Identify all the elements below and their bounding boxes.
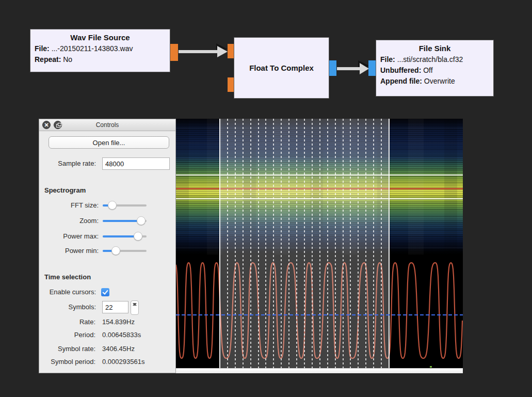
time-selection-heading: Time selection: [44, 273, 91, 281]
power-min-slider[interactable]: [103, 250, 147, 252]
screenshot-root: Wav File Source File: ...-20150211-14380…: [0, 0, 532, 397]
fft-size-label: FFT size:: [39, 200, 99, 211]
block-param: File: ...sti/scratch/bla.cf32: [376, 54, 493, 65]
block-param: Unbuffered: Off: [376, 65, 493, 76]
symbol-period-value: 0.000293561s: [102, 357, 144, 367]
block-title: Float To Complex: [249, 62, 314, 74]
symbol-divider: [304, 119, 305, 368]
port-f2c-in0-float[interactable]: [228, 44, 234, 58]
symbol-divider: [350, 119, 351, 368]
slider-handle[interactable]: [134, 232, 142, 241]
power-min-label: Power min:: [39, 246, 99, 256]
enable-cursors-checkbox[interactable]: [101, 288, 109, 296]
symbol-divider: [327, 119, 328, 368]
port-f2c-out-complex[interactable]: [329, 60, 336, 76]
power-max-label: Power max:: [39, 231, 99, 242]
symbol-divider: [258, 119, 259, 368]
sample-rate-row: Sample rate:: [39, 157, 175, 170]
sample-rate-input[interactable]: [102, 157, 170, 170]
symbol-rate-label: Symbol rate:: [39, 344, 95, 354]
symbols-label: Symbols:: [39, 301, 96, 313]
block-title: Wav File Source: [30, 32, 170, 43]
symbol-divider: [373, 119, 374, 368]
symbol-divider: [243, 119, 244, 368]
block-wav-file-source[interactable]: Wav File Source File: ...-20150211-14380…: [30, 29, 170, 72]
fft-size-slider-row: FFT size:: [39, 200, 175, 211]
symbol-divider: [381, 119, 382, 368]
zoom-slider-row: Zoom:: [39, 216, 175, 226]
rate-label: Rate:: [39, 317, 95, 327]
symbol-divider: [250, 119, 251, 368]
slider-handle[interactable]: [137, 216, 146, 225]
enable-cursors-label: Enable cursors:: [39, 288, 96, 297]
controls-titlebar[interactable]: Controls ✕: [39, 119, 175, 131]
symbol-period-row: Symbol period: 0.000293561s: [39, 357, 175, 367]
symbol-divider: [296, 119, 297, 368]
connection-wire-2[interactable]: [337, 67, 360, 70]
port-f2c-in1-float[interactable]: [228, 77, 234, 92]
rate-row: Rate: 154.839Hz: [39, 317, 175, 327]
symbol-divider: [343, 119, 344, 368]
symbol-divider: [358, 119, 359, 368]
symbol-divider: [312, 119, 313, 368]
symbol-divider: [365, 119, 366, 368]
block-title: File Sink: [376, 43, 493, 54]
symbol-period-label: Symbol period:: [39, 357, 95, 367]
slider-handle[interactable]: [108, 201, 117, 210]
symbol-divider: [265, 119, 266, 368]
selection-cursor-left[interactable]: [219, 119, 220, 368]
symbol-divider: [288, 119, 289, 368]
symbol-divider: [281, 119, 282, 368]
selection-cursor-right[interactable]: [389, 119, 390, 368]
symbols-stepper[interactable]: [131, 300, 139, 315]
symbol-divider: [335, 119, 336, 368]
slider-handle[interactable]: [111, 246, 120, 255]
fft-size-slider[interactable]: [103, 204, 147, 207]
plot-scrollbar[interactable]: [176, 368, 463, 373]
undock-icon[interactable]: [54, 121, 62, 129]
close-icon[interactable]: ✕: [42, 121, 51, 129]
block-float-to-complex[interactable]: Float To Complex: [234, 37, 329, 99]
block-param: File: ...-20150211-143803.wav: [30, 43, 170, 54]
symbol-divider: [319, 119, 320, 368]
symbols-row: Symbols:: [39, 301, 175, 313]
spectrogram-heading: Spectrogram: [44, 186, 86, 194]
port-wav-out-float[interactable]: [170, 44, 178, 61]
symbol-divider: [227, 119, 228, 368]
symbol-rate-row: Symbol rate: 3406.45Hz: [39, 344, 175, 354]
symbols-input[interactable]: [102, 301, 128, 313]
symbol-rate-value: 3406.45Hz: [102, 344, 135, 354]
inspectrum-window: Controls ✕ Open file... Sample rate: Spe…: [39, 119, 463, 373]
plot-area: [176, 119, 463, 373]
symbol-divider: [273, 119, 274, 368]
block-param: Append file: Overwrite: [376, 76, 493, 87]
open-file-button[interactable]: Open file...: [49, 136, 169, 149]
rate-value: 154.839Hz: [102, 317, 135, 327]
power-max-slider-row: Power max:: [39, 231, 175, 242]
symbol-divider: [235, 119, 236, 368]
power-max-slider[interactable]: [103, 235, 147, 237]
stepper-down-icon[interactable]: [131, 301, 138, 308]
period-row: Period: 0.00645833s: [39, 330, 175, 340]
enable-cursors-row: Enable cursors:: [39, 288, 175, 297]
block-param: Repeat: No: [30, 54, 170, 65]
zoom-label: Zoom:: [39, 216, 99, 226]
connection-wire-1[interactable]: [179, 50, 219, 53]
block-file-sink[interactable]: File Sink File: ...sti/scratch/bla.cf32 …: [376, 40, 494, 97]
period-value: 0.00645833s: [102, 330, 141, 340]
period-label: Period:: [39, 330, 95, 340]
zero-level-line: [176, 314, 463, 315]
power-min-slider-row: Power min:: [39, 246, 175, 256]
zoom-slider[interactable]: [103, 220, 147, 222]
controls-panel: Controls ✕ Open file... Sample rate: Spe…: [39, 119, 176, 373]
float-glyph-icon: [56, 124, 60, 128]
green-marker-dot: [430, 366, 432, 368]
sample-rate-label: Sample rate:: [39, 157, 96, 170]
port-sink-in-complex[interactable]: [368, 60, 376, 76]
spectrogram-plot[interactable]: [176, 119, 463, 368]
